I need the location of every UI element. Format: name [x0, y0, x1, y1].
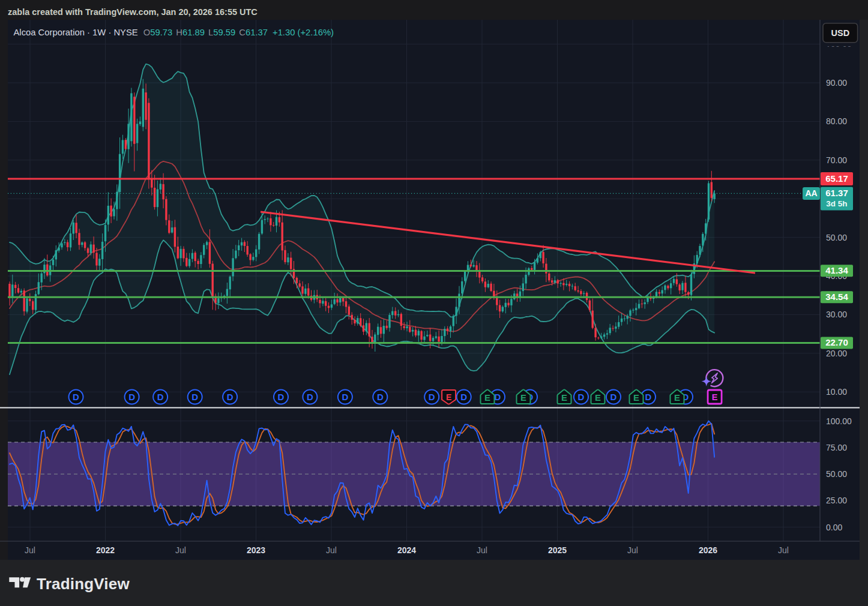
svg-text:AA: AA	[805, 188, 817, 198]
svg-text:22.70: 22.70	[825, 337, 848, 347]
svg-text:D: D	[495, 392, 501, 402]
svg-text:41.34: 41.34	[825, 265, 848, 275]
svg-text:Jul: Jul	[477, 545, 487, 555]
svg-text:20.00: 20.00	[826, 349, 847, 358]
svg-text:50.00: 50.00	[826, 233, 847, 242]
svg-text:75.00: 75.00	[826, 443, 847, 452]
svg-text:E: E	[595, 392, 601, 403]
svg-text:D: D	[157, 392, 164, 402]
svg-text:70.00: 70.00	[826, 155, 847, 165]
svg-text:E: E	[674, 392, 680, 403]
svg-text:25.00: 25.00	[826, 496, 847, 505]
svg-text:D: D	[191, 392, 198, 402]
svg-text:65.17: 65.17	[825, 173, 848, 184]
svg-text:100.00: 100.00	[826, 416, 852, 426]
svg-text:10.00: 10.00	[826, 387, 847, 397]
svg-text:2025: 2025	[548, 545, 567, 555]
svg-text:D: D	[578, 392, 585, 402]
svg-text:50.00: 50.00	[826, 469, 847, 479]
svg-text:61.37: 61.37	[825, 188, 848, 198]
svg-text:2024: 2024	[397, 545, 416, 555]
svg-text:Jul: Jul	[627, 545, 638, 555]
svg-text:2023: 2023	[247, 545, 265, 555]
svg-text:D: D	[610, 392, 617, 402]
svg-text:2026: 2026	[699, 545, 717, 555]
svg-text:2022: 2022	[96, 545, 115, 555]
svg-text:E: E	[484, 392, 490, 403]
svg-text:3d 5h: 3d 5h	[826, 199, 847, 208]
svg-text:D: D	[342, 392, 348, 402]
svg-text:TradingView: TradingView	[37, 575, 130, 593]
svg-text:Jul: Jul	[778, 545, 789, 555]
svg-text:80.00: 80.00	[826, 116, 847, 126]
svg-text:34.54: 34.54	[825, 292, 848, 302]
svg-text:D: D	[377, 392, 384, 402]
svg-text:E: E	[446, 392, 451, 402]
svg-text:D: D	[278, 392, 285, 402]
svg-text:0.00: 0.00	[826, 523, 842, 532]
svg-text:90.00: 90.00	[826, 78, 847, 88]
svg-text:zabla created with TradingView: zabla created with TradingView.com, Jan …	[8, 7, 258, 17]
svg-text:E: E	[561, 392, 567, 403]
svg-text:D: D	[645, 392, 652, 402]
svg-text:Jul: Jul	[25, 545, 35, 555]
svg-text:USD: USD	[831, 28, 849, 38]
svg-text:Jul: Jul	[326, 545, 337, 555]
svg-text:D: D	[307, 392, 313, 402]
svg-text:E: E	[712, 392, 718, 402]
svg-text:30.00: 30.00	[826, 310, 847, 319]
svg-text:D: D	[429, 392, 435, 402]
svg-text:E: E	[520, 392, 526, 403]
svg-text:Jul: Jul	[175, 545, 186, 555]
svg-text:D: D	[227, 392, 234, 402]
svg-text:D: D	[128, 392, 135, 402]
svg-text:E: E	[633, 392, 639, 403]
svg-text:D: D	[73, 392, 79, 402]
svg-text:D: D	[460, 392, 467, 402]
